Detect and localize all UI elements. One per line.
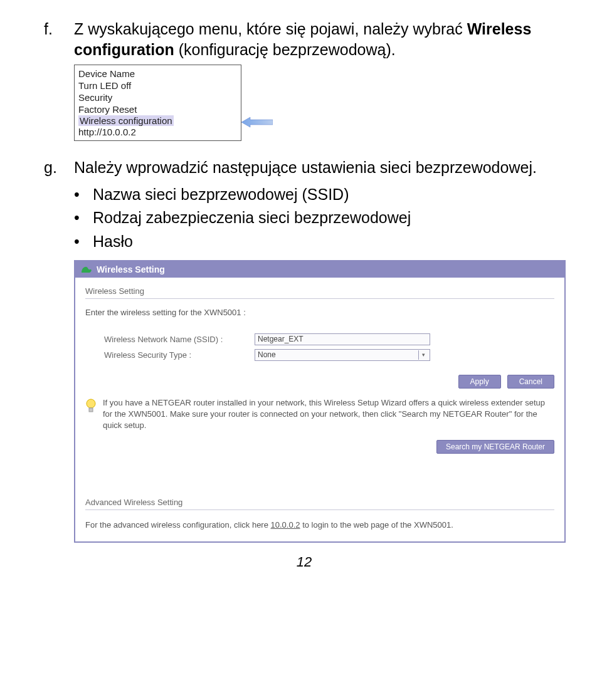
- bullet-text: Rodzaj zabezpieczenia sieci bezprzewodow…: [93, 207, 411, 229]
- panel-title: Wireless Setting: [97, 264, 165, 274]
- menu-item-wireless-configuration[interactable]: Wireless configuration: [78, 115, 174, 126]
- chevron-down-icon: ▾: [418, 350, 428, 360]
- tip-text: If you have a NETGEAR router installed i…: [103, 397, 554, 432]
- advanced-ip-link[interactable]: 10.0.0.2: [271, 520, 300, 530]
- bullet-list: • Nazwa sieci bezprzewodowej (SSID) • Ro…: [74, 184, 564, 253]
- divider: [85, 298, 554, 299]
- menu-item-security[interactable]: Security: [78, 91, 238, 103]
- ssid-label: Wireless Network Name (SSID) :: [104, 335, 255, 344]
- svg-marker-0: [241, 117, 273, 127]
- bullet-dot-icon: •: [74, 207, 93, 229]
- page-number: 12: [44, 554, 564, 570]
- cancel-button[interactable]: Cancel: [507, 375, 554, 389]
- popup-menu: Device Name Turn LED off Security Factor…: [74, 65, 241, 141]
- bullet-dot-icon: •: [74, 231, 93, 253]
- apply-button[interactable]: Apply: [458, 375, 501, 389]
- security-type-row: Wireless Security Type : None ▾: [85, 349, 554, 361]
- divider: [85, 509, 554, 510]
- prompt-text: Enter the wireless setting for the XWN50…: [85, 308, 554, 317]
- step-f-suffix: (konfigurację bezprzewodową).: [174, 41, 396, 58]
- ssid-row: Wireless Network Name (SSID) :: [85, 333, 554, 345]
- step-g-marker: g.: [44, 157, 74, 178]
- step-f-marker: f.: [44, 19, 74, 39]
- bullet-text: Hasło: [93, 231, 133, 253]
- ssid-input[interactable]: [255, 333, 430, 345]
- step-g: g. Należy wprowadzić następujące ustawie…: [44, 157, 564, 178]
- step-f: f. Z wyskakującego menu, które się pojaw…: [44, 19, 564, 60]
- menu-item-url[interactable]: http://10.0.0.2: [78, 126, 238, 138]
- wireless-setting-panel: Wireless Setting Wireless Setting Enter …: [74, 260, 566, 543]
- section-wireless-setting-title: Wireless Setting: [85, 286, 554, 296]
- advanced-text: For the advanced wireless configuration,…: [85, 519, 554, 531]
- bullet-text: Nazwa sieci bezprzewodowej (SSID): [93, 184, 349, 206]
- step-f-prefix: Z wyskakującego menu, które się pojawi, …: [74, 20, 467, 38]
- security-type-select[interactable]: None ▾: [255, 349, 430, 361]
- genie-icon: [80, 265, 93, 274]
- list-item: • Nazwa sieci bezprzewodowej (SSID): [74, 184, 564, 206]
- menu-item-factory-reset[interactable]: Factory Reset: [78, 103, 238, 115]
- list-item: • Hasło: [74, 231, 564, 253]
- security-type-label: Wireless Security Type :: [104, 350, 255, 360]
- svg-point-1: [87, 399, 95, 408]
- lightbulb-icon: [85, 399, 97, 415]
- svg-rect-2: [89, 408, 93, 412]
- step-f-text: Z wyskakującego menu, które się pojawi, …: [74, 19, 564, 60]
- advanced-text-post: to login to the web page of the XWN5001.: [300, 520, 453, 530]
- search-router-button[interactable]: Search my NETGEAR Router: [436, 440, 554, 454]
- advanced-text-pre: For the advanced wireless configuration,…: [85, 520, 271, 530]
- panel-titlebar: Wireless Setting: [75, 261, 564, 278]
- menu-item-turn-led-off[interactable]: Turn LED off: [78, 80, 238, 91]
- list-item: • Rodzaj zabezpieczenia sieci bezprzewod…: [74, 207, 564, 229]
- arrow-left-icon: [241, 117, 273, 128]
- menu-item-device-name[interactable]: Device Name: [78, 68, 238, 80]
- section-advanced-title: Advanced Wireless Setting: [85, 498, 554, 507]
- security-type-value: None: [258, 350, 276, 359]
- tip-row: If you have a NETGEAR router installed i…: [85, 397, 554, 432]
- step-g-text: Należy wprowadzić następujące ustawienia…: [74, 157, 564, 178]
- bullet-dot-icon: •: [74, 184, 93, 206]
